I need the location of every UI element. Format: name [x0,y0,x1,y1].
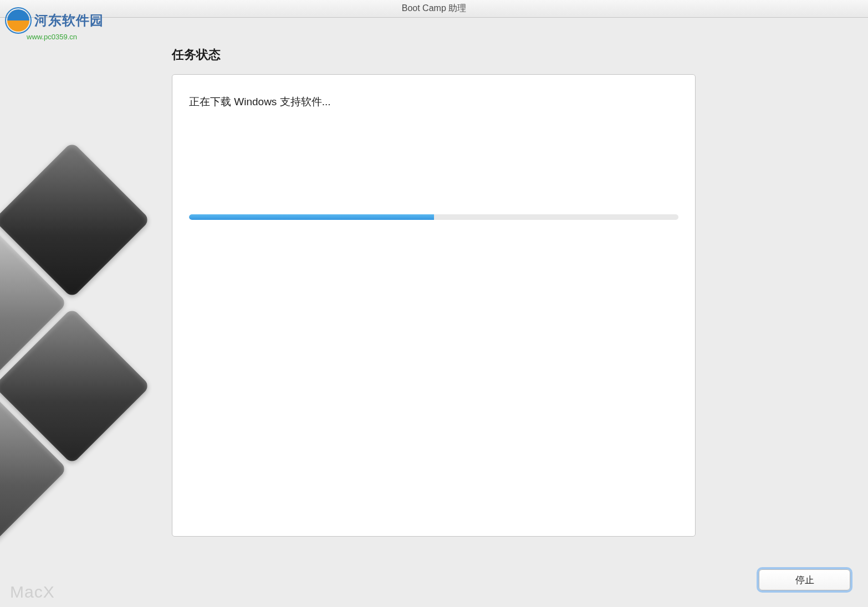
watermark-logo-icon [4,7,32,34]
window-title: Boot Camp 助理 [402,3,466,14]
section-title: 任务状态 [172,47,701,63]
title-bar: Boot Camp 助理 [0,0,868,18]
button-row: 停止 [759,569,850,590]
content-area: 任务状态 正在下载 Windows 支持软件... [172,47,701,537]
status-message: 正在下载 Windows 支持软件... [189,95,678,109]
bootcamp-diamond-icon [0,126,180,513]
progress-bar [189,214,678,220]
watermark-top-left: 河东软件园 www.pc0359.cn [4,7,104,41]
content-box: 正在下载 Windows 支持软件... [172,74,696,537]
watermark-bottom-left: MacX [10,583,55,601]
watermark-site-name: 河东软件园 [34,12,104,29]
stop-button[interactable]: 停止 [759,569,850,590]
window-body: 河东软件园 www.pc0359.cn 任务状态 正在下载 Windows 支持… [0,18,868,607]
watermark-site-url: www.pc0359.cn [27,33,104,41]
progress-bar-fill [189,214,434,220]
